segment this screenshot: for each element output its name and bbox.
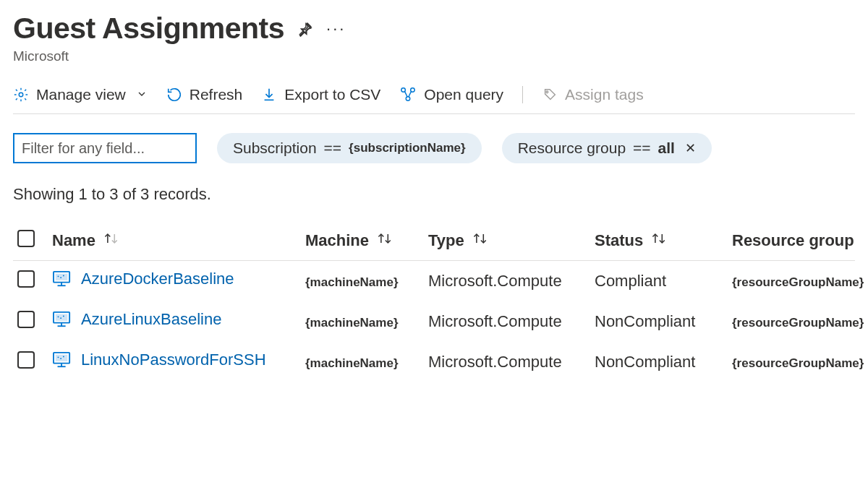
filter-pill-resource-group[interactable]: Resource group == all ✕ <box>502 133 712 163</box>
column-rg-label: Resource group <box>732 231 854 249</box>
assignments-table: Name Machine Type <box>13 221 855 382</box>
vm-icon <box>52 351 72 369</box>
status-cell: NonCompliant <box>590 342 728 382</box>
table-row: AzureLinuxBaseline {machineName} Microso… <box>13 301 855 342</box>
assign-tags-label: Assign tags <box>565 86 644 103</box>
svg-point-5 <box>407 97 411 101</box>
pill-rg-op: == <box>633 139 651 157</box>
svg-point-35 <box>58 356 59 358</box>
type-cell: Microsoft.Compute <box>424 261 590 301</box>
assign-tags-button[interactable]: Assign tags <box>542 86 644 103</box>
resource-group-cell: {resourceGroupName} <box>732 356 864 370</box>
status-cell: Compliant <box>590 261 728 301</box>
svg-point-37 <box>63 356 64 357</box>
vm-icon <box>52 270 72 288</box>
toolbar: Manage view Refresh Export to CSV <box>13 86 855 114</box>
svg-point-36 <box>60 358 61 359</box>
toolbar-separator <box>522 86 523 103</box>
type-cell: Microsoft.Compute <box>424 301 590 342</box>
open-query-button[interactable]: Open query <box>399 86 503 103</box>
type-cell: Microsoft.Compute <box>424 342 590 382</box>
svg-point-22 <box>60 277 61 278</box>
svg-point-28 <box>58 316 59 317</box>
pill-subscription-op: == <box>324 139 342 157</box>
column-header-type[interactable]: Type <box>424 221 590 261</box>
row-checkbox[interactable] <box>17 351 35 369</box>
table-row: LinuxNoPasswordForSSH {machineName} Micr… <box>13 342 855 382</box>
page-subtitle: Microsoft <box>13 48 855 64</box>
pill-rg-value: all <box>658 139 675 157</box>
column-type-label: Type <box>428 231 464 249</box>
tag-icon <box>542 87 558 103</box>
svg-point-30 <box>63 315 64 317</box>
query-icon <box>399 87 417 103</box>
svg-rect-25 <box>56 314 68 321</box>
machine-cell: {machineName} <box>305 316 399 330</box>
svg-line-6 <box>405 91 408 96</box>
column-header-resource-group[interactable]: Resource group <box>728 221 855 261</box>
resource-group-cell: {resourceGroupName} <box>732 275 864 289</box>
chevron-down-icon <box>136 86 148 103</box>
sort-icon <box>650 231 668 246</box>
more-icon[interactable]: ··· <box>326 20 346 38</box>
machine-cell: {machineName} <box>305 356 399 370</box>
svg-point-21 <box>58 275 59 277</box>
assignment-name-link[interactable]: LinuxNoPasswordForSSH <box>81 351 266 369</box>
status-cell: NonCompliant <box>590 301 728 342</box>
sort-icon <box>103 231 120 246</box>
download-icon <box>261 87 277 103</box>
column-header-status[interactable]: Status <box>590 221 728 261</box>
resource-group-cell: {resourceGroupName} <box>732 316 864 330</box>
filters-row: Subscription == {subscriptionName} Resou… <box>13 133 855 163</box>
column-header-machine[interactable]: Machine <box>301 221 424 261</box>
row-checkbox[interactable] <box>17 270 35 288</box>
table-row: AzureDockerBaseline {machineName} Micros… <box>13 261 855 301</box>
close-icon[interactable]: ✕ <box>685 140 696 156</box>
column-status-label: Status <box>595 231 643 249</box>
column-name-label: Name <box>52 231 95 249</box>
sort-icon <box>472 231 489 246</box>
svg-rect-32 <box>56 355 68 361</box>
vm-icon <box>52 311 72 328</box>
svg-rect-18 <box>56 274 68 280</box>
svg-line-7 <box>409 91 412 96</box>
filter-pill-subscription[interactable]: Subscription == {subscriptionName} <box>217 133 482 163</box>
refresh-button[interactable]: Refresh <box>166 86 243 103</box>
machine-cell: {machineName} <box>305 275 399 289</box>
svg-point-8 <box>546 91 548 93</box>
export-csv-button[interactable]: Export to CSV <box>261 86 380 103</box>
manage-view-button[interactable]: Manage view <box>13 86 148 103</box>
page-title: Guest Assignments <box>13 12 284 46</box>
pill-subscription-label: Subscription <box>233 139 317 157</box>
row-checkbox[interactable] <box>17 311 35 328</box>
svg-point-0 <box>19 93 23 97</box>
select-all-checkbox[interactable] <box>17 230 35 247</box>
pill-subscription-value: {subscriptionName} <box>349 141 466 155</box>
open-query-label: Open query <box>424 86 503 103</box>
manage-view-label: Manage view <box>36 86 126 103</box>
pin-icon[interactable] <box>297 21 313 37</box>
column-machine-label: Machine <box>305 231 369 249</box>
column-header-name[interactable]: Name <box>48 221 301 261</box>
sort-icon <box>376 231 393 246</box>
svg-point-29 <box>60 317 61 319</box>
pill-rg-label: Resource group <box>518 139 626 157</box>
refresh-icon <box>166 87 182 103</box>
svg-point-23 <box>63 275 64 276</box>
refresh-label: Refresh <box>190 86 243 103</box>
export-csv-label: Export to CSV <box>284 86 380 103</box>
gear-icon <box>13 87 29 103</box>
records-summary: Showing 1 to 3 of 3 records. <box>13 185 855 204</box>
assignment-name-link[interactable]: AzureDockerBaseline <box>81 270 234 288</box>
assignment-name-link[interactable]: AzureLinuxBaseline <box>81 310 221 329</box>
filter-input[interactable] <box>13 133 197 163</box>
